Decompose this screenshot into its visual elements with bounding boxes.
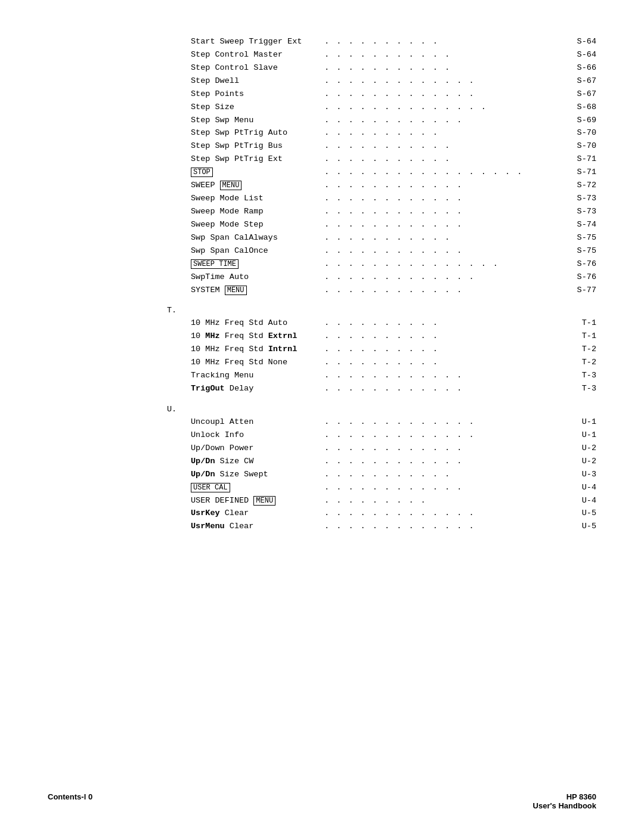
toc-container: Start Sweep Trigger Ext. . . . . . . . .…	[191, 36, 596, 533]
entry-label: Step Swp Menu	[191, 114, 322, 127]
entry-label: 10 MHz Freq Std Extrnl	[191, 330, 322, 343]
entry-label: UsrKey Clear	[191, 507, 322, 520]
entry-label: Start Sweep Trigger Ext	[191, 36, 322, 48]
entry-label: Up/Dn Size Swept	[191, 469, 322, 481]
entry-page-ref: S-76	[572, 271, 596, 284]
entry-page-ref: S-70	[572, 140, 596, 153]
bold-text: UsrKey	[191, 509, 220, 517]
toc-entry: Step Points. . . . . . . . . . . . .S-67	[191, 88, 596, 101]
toc-entry: UsrKey Clear. . . . . . . . . . . . .U-5	[191, 507, 596, 520]
entry-dots: . . . . . . . . .	[324, 495, 570, 507]
entry-dots: . . . . . . . . . . . . .	[324, 271, 570, 284]
toc-entry: Tracking Menu. . . . . . . . . . . .T-3	[191, 370, 596, 382]
entry-dots: . . . . . . . . . . . .	[324, 193, 570, 205]
entry-page-ref: U-5	[572, 507, 596, 520]
entry-label: 10 MHz Freq Std None	[191, 357, 322, 369]
entry-dots: . . . . . . . . . . . .	[324, 455, 570, 468]
bold-text: Up/Dn	[191, 457, 215, 466]
entry-dots: . . . . . . . . . . .	[324, 153, 570, 166]
entry-dots: . . . . . . . . . .	[324, 357, 570, 369]
toc-entry: Up/Down Power. . . . . . . . . . . .U-2	[191, 442, 596, 455]
footer-right: HP 8360 User's Handbook	[533, 792, 596, 810]
bold-text: Up/Dn	[191, 470, 215, 479]
entry-dots: . . . . . . . . . . . . . . .	[324, 258, 570, 271]
entry-dots: . . . . . . . . . .	[324, 330, 570, 343]
bold-text: Extrnl	[268, 331, 298, 340]
entry-page-ref: S-73	[572, 206, 596, 218]
toc-entry: Step Size. . . . . . . . . . . . . .S-68	[191, 101, 596, 114]
toc-entry: Up/Dn Size Swept. . . . . . . . . . .U-3	[191, 469, 596, 481]
entry-label: Tracking Menu	[191, 370, 322, 382]
toc-entry: SWEEP MENU. . . . . . . . . . . .S-72	[191, 179, 596, 192]
bold-text: MHz	[205, 331, 219, 340]
footer-product: HP 8360	[533, 792, 596, 801]
bordered-key: STOP	[191, 168, 213, 177]
toc-entry: Swp Span CalOnce. . . . . . . . . . . .S…	[191, 245, 596, 258]
entry-dots: . . . . . . . . . . . . .	[324, 429, 570, 442]
footer-handbook: User's Handbook	[533, 801, 596, 810]
entry-page-ref: S-73	[572, 193, 596, 205]
toc-entry: USER DEFINED MENU. . . . . . . . .U-4	[191, 495, 596, 507]
entry-label: Sweep Mode Step	[191, 219, 322, 231]
entry-page-ref: S-75	[572, 245, 596, 258]
entry-label: Step Swp PtTrig Bus	[191, 140, 322, 153]
entry-label: 10 MHz Freq Std Auto	[191, 317, 322, 330]
entry-dots: . . . . . . . . . .	[324, 36, 570, 48]
bold-text: Intrnl	[268, 345, 298, 354]
toc-entry: 10 MHz Freq Std Intrnl. . . . . . . . . …	[191, 343, 596, 356]
entry-label: Sweep Mode List	[191, 193, 322, 205]
entry-label: SWEEP TIME	[191, 258, 322, 271]
toc-entry: Step Control Slave. . . . . . . . . . .S…	[191, 62, 596, 75]
entry-label: Step Swp PtTrig Ext	[191, 153, 322, 166]
entry-page-ref: T-3	[572, 370, 596, 382]
entry-page-ref: U-2	[572, 442, 596, 455]
toc-entry: STOP. . . . . . . . . . . . . . . . .S-7…	[191, 166, 596, 179]
entry-dots: . . . . . . . . . .	[324, 317, 570, 330]
toc-entry: SYSTEM MENU. . . . . . . . . . . .S-77	[191, 284, 596, 297]
toc-entry: Sweep Mode Ramp. . . . . . . . . . . .S-…	[191, 206, 596, 218]
entry-page-ref: U-4	[572, 495, 596, 507]
entry-page-ref: S-64	[572, 36, 596, 48]
toc-entry: Step Dwell. . . . . . . . . . . . .S-67	[191, 75, 596, 88]
bordered-key: MENU	[220, 181, 242, 190]
toc-entry: Start Sweep Trigger Ext. . . . . . . . .…	[191, 36, 596, 48]
footer: Contents-l 0 HP 8360 User's Handbook	[48, 792, 596, 810]
entry-label: TrigOut Delay	[191, 383, 322, 395]
bordered-key: MENU	[225, 286, 247, 295]
entry-dots: . . . . . . . . . . . .	[324, 179, 570, 192]
entry-label: Uncoupl Atten	[191, 416, 322, 429]
entry-page-ref: S-76	[572, 258, 596, 271]
bold-text: UsrMenu	[191, 522, 225, 531]
entry-dots: . . . . . . . . . . . . .	[324, 75, 570, 88]
toc-entry: Step Swp PtTrig Ext. . . . . . . . . . .…	[191, 153, 596, 166]
toc-entry: Sweep Mode Step. . . . . . . . . . . .S-…	[191, 219, 596, 231]
entry-page-ref: U-4	[572, 482, 596, 494]
entry-label: Up/Down Power	[191, 442, 322, 455]
entry-dots: . . . . . . . . . . . . .	[324, 88, 570, 101]
entry-label: UsrMenu Clear	[191, 520, 322, 533]
toc-entry: Uncoupl Atten. . . . . . . . . . . . .U-…	[191, 416, 596, 429]
toc-entry: SwpTime Auto. . . . . . . . . . . . .S-7…	[191, 271, 596, 284]
entry-dots: . . . . . . . . . . . . . . . . .	[324, 166, 570, 179]
toc-entry: Step Swp PtTrig Auto. . . . . . . . . .S…	[191, 127, 596, 140]
entry-page-ref: U-1	[572, 429, 596, 442]
entry-dots: . . . . . . . . . . . . .	[324, 416, 570, 429]
entry-page-ref: U-1	[572, 416, 596, 429]
entry-dots: . . . . . . . . . . . . . .	[324, 101, 570, 114]
entry-label: Swp Span CalOnce	[191, 245, 322, 258]
entry-page-ref: T-3	[572, 383, 596, 395]
entry-dots: . . . . . . . . . . .	[324, 49, 570, 61]
entry-page-ref: S-71	[572, 153, 596, 166]
entry-page-ref: T-1	[572, 317, 596, 330]
entry-page-ref: S-67	[572, 75, 596, 88]
entry-dots: . . . . . . . . . . . .	[324, 383, 570, 395]
footer-left: Contents-l 0	[48, 792, 92, 810]
entry-dots: . . . . . . . . . .	[324, 343, 570, 356]
toc-entry: Up/Dn Size CW. . . . . . . . . . . .U-2	[191, 455, 596, 468]
entry-dots: . . . . . . . . . . . .	[324, 219, 570, 231]
entry-page-ref: U-2	[572, 455, 596, 468]
toc-entry: Sweep Mode List. . . . . . . . . . . .S-…	[191, 193, 596, 205]
entry-label: SYSTEM MENU	[191, 284, 322, 297]
section-letter-t: T.	[167, 306, 596, 315]
toc-entry: Step Control Master. . . . . . . . . . .…	[191, 49, 596, 61]
